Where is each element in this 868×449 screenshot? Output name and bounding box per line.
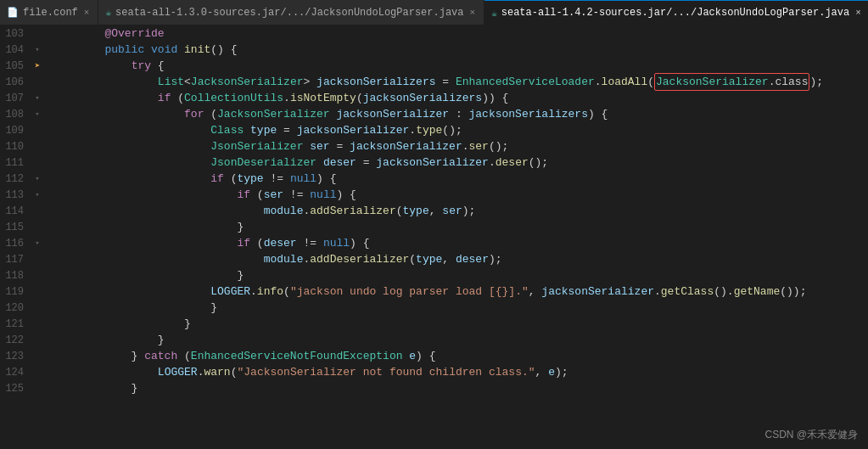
tab-seata-1.4[interactable]: ☕ seata-all-1.4.2-sources.jar/.../Jackso…: [484, 0, 868, 25]
code-line-118: }: [52, 267, 868, 283]
watermark: CSDN @禾禾爱健身: [764, 428, 858, 442]
gutter-row-106: 106: [0, 74, 47, 90]
gutter-row-114: 114: [0, 203, 47, 219]
line-num-107: 107: [0, 93, 32, 104]
code-line-109: Class type = jacksonSerializer . type ()…: [52, 122, 868, 138]
code-line-112: if ( type != null ) {: [52, 171, 868, 187]
code-line-125: }: [52, 380, 868, 396]
gutter-icon-121: [32, 316, 42, 332]
fold-icon-107[interactable]: ▾: [32, 90, 42, 106]
code-line-117: module . addDeserializer ( type , deser …: [52, 251, 868, 267]
gutter-row-110: 110: [0, 138, 47, 154]
gutter-row-119: 119: [0, 283, 47, 300]
line-num-125: 125: [0, 383, 32, 395]
file-icon: 📄: [7, 7, 19, 18]
fold-icon-108[interactable]: ▾: [32, 106, 42, 122]
fold-icon-104[interactable]: ▾: [32, 42, 42, 58]
gutter-icon-118: [32, 267, 42, 283]
gutter-row-121: 121: [0, 316, 47, 332]
gutter-icon-124: [32, 364, 42, 380]
gutter-row-125: 125: [0, 380, 47, 396]
code-line-105: try {: [52, 58, 868, 74]
line-num-108: 108: [0, 109, 32, 121]
tab-close-seata13[interactable]: ×: [468, 7, 478, 19]
watermark-text: CSDN @禾禾爱健身: [764, 429, 858, 441]
tab-bar: 📄 file.conf × ☕ seata-all-1.3.0-sources.…: [0, 0, 868, 25]
gutter-row-104: 104 ▾: [0, 42, 47, 58]
gutter-row-112: 112 ▾: [0, 171, 47, 187]
line-num-114: 114: [0, 205, 32, 217]
fold-icon-112[interactable]: ▾: [32, 171, 42, 187]
code-line-111: JsonDeserializer deser = jacksonSerializ…: [52, 154, 868, 171]
code-line-119: LOGGER . info ( "jackson undo log parser…: [52, 283, 868, 300]
line-num-117: 117: [0, 254, 32, 266]
code-line-122: }: [52, 332, 868, 348]
line-num-109: 109: [0, 125, 32, 137]
line-num-116: 116: [0, 238, 32, 250]
gutter-icon-119: [32, 283, 42, 300]
line-num-112: 112: [0, 173, 32, 185]
line-num-122: 122: [0, 334, 32, 346]
gutter-icon-125: [32, 380, 42, 396]
gutter-icon-120: [32, 300, 42, 316]
line-num-120: 120: [0, 302, 32, 314]
line-num-106: 106: [0, 76, 32, 88]
gutter-row-117: 117: [0, 251, 47, 267]
gutter-icon-115: [32, 219, 42, 235]
tab-label-seata13: seata-all-1.3.0-sources.jar/.../JacksonU…: [115, 7, 463, 19]
fold-icon-113[interactable]: ▾: [32, 187, 42, 203]
code-line-115: }: [52, 219, 868, 235]
tab-close-file-conf[interactable]: ×: [82, 7, 92, 19]
code-line-116: if ( deser != null ) {: [52, 235, 868, 251]
code-line-123: } catch ( EnhancedServiceNotFoundExcepti…: [52, 348, 868, 364]
code-content[interactable]: @Override public void init () { try { Li…: [47, 25, 868, 449]
line-num-103: 103: [0, 28, 32, 40]
line-num-115: 115: [0, 222, 32, 233]
line-num-104: 104: [0, 44, 32, 56]
code-line-107: if ( CollectionUtils . isNotEmpty ( jack…: [52, 90, 868, 106]
line-num-121: 121: [0, 318, 32, 330]
gutter-row-103: 103: [0, 25, 47, 42]
java-icon-1: ☕: [105, 7, 111, 18]
gutter-row-105: 105 ➤: [0, 58, 47, 74]
code-line-124: LOGGER . warn ( "JacksonSerializer not f…: [52, 364, 868, 380]
java-icon-2: ☕: [491, 8, 497, 19]
line-num-123: 123: [0, 351, 32, 362]
gutter-row-108: 108 ▾: [0, 106, 47, 122]
code-line-108: for ( JacksonSerializer jacksonSerialize…: [52, 106, 868, 122]
gutter-icon-109: [32, 122, 42, 138]
gutter-icon-122: [32, 332, 42, 348]
code-line-120: }: [52, 300, 868, 316]
gutter-row-122: 122: [0, 332, 47, 348]
line-num-118: 118: [0, 270, 32, 282]
code-line-114: module . addSerializer ( type , ser );: [52, 203, 868, 219]
line-num-110: 110: [0, 141, 32, 153]
code-line-110: JsonSerializer ser = jacksonSerializer .…: [52, 138, 868, 154]
gutter-row-111: 111: [0, 154, 47, 171]
tab-seata-1.3[interactable]: ☕ seata-all-1.3.0-sources.jar/.../Jackso…: [98, 0, 484, 25]
editor: 103 104 ▾ 105 ➤ 106 107 ▾ 108 ▾ 109: [0, 25, 868, 449]
code-line-106: List<JacksonSerializer> jacksonSerialize…: [52, 74, 868, 90]
gutter-icon-114: [32, 203, 42, 219]
line-num-119: 119: [0, 286, 32, 298]
tab-file-conf[interactable]: 📄 file.conf ×: [0, 0, 98, 25]
tab-label-seata14: seata-all-1.4.2-sources.jar/.../JacksonU…: [501, 7, 849, 19]
fold-icon-116[interactable]: ▾: [32, 235, 42, 251]
gutter-icon-111: [32, 154, 42, 171]
gutter-row-123: 123: [0, 348, 47, 364]
line-num-113: 113: [0, 189, 32, 201]
code-line-113: if ( ser != null ) {: [52, 187, 868, 203]
gutter-icon-106: [32, 74, 42, 90]
highlight-box: JacksonSerializer.class: [654, 73, 809, 91]
code-line-104: public void init () {: [52, 42, 868, 58]
gutter-icon-103: [32, 25, 42, 42]
gutter-row-115: 115: [0, 219, 47, 235]
tab-close-seata14[interactable]: ×: [854, 7, 863, 19]
line-num-124: 124: [0, 367, 32, 379]
gutter-row-113: 113 ▾: [0, 187, 47, 203]
line-num-111: 111: [0, 157, 32, 169]
line-gutter: 103 104 ▾ 105 ➤ 106 107 ▾ 108 ▾ 109: [0, 25, 47, 449]
arrow-icon-105: ➤: [32, 58, 42, 74]
tab-label: file.conf: [23, 7, 78, 19]
gutter-row-107: 107 ▾: [0, 90, 47, 106]
